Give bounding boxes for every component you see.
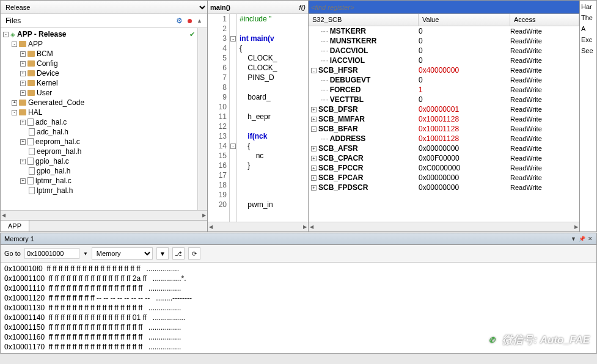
tb-tree-button[interactable]: ⎇ bbox=[172, 247, 185, 260]
files-panel: Release Files ⚙ ▲ -◈ APP - Release ✔- AP… bbox=[0, 0, 208, 232]
goto-dropdown-icon[interactable]: ▼ bbox=[83, 251, 88, 257]
register-row[interactable]: - SCB_BFAR0x10001128ReadWrite bbox=[309, 124, 579, 134]
memory-row[interactable]: 0x10001140 ff ff ff ff ff ff ff ff ff ff… bbox=[4, 313, 593, 322]
register-row[interactable]: + SCB_DFSR0x00000001ReadWrite bbox=[309, 104, 579, 114]
files-scrollbar[interactable] bbox=[197, 28, 207, 210]
register-row[interactable]: ····· FORCED1ReadWrite bbox=[309, 85, 579, 95]
register-row[interactable]: ····· MSTKERR0ReadWrite bbox=[309, 26, 579, 36]
watermark: ✆ 微信号: Auto_FAE bbox=[485, 333, 590, 347]
code-panel: main() f() 12345678910111213141516171819… bbox=[208, 0, 309, 232]
register-row[interactable]: ····· IACCVIOL0ReadWrite bbox=[309, 56, 579, 65]
register-row[interactable]: + SCB_MMFAR0x10001128ReadWrite bbox=[309, 114, 579, 124]
register-row[interactable]: ····· ADDRESS0x10001128ReadWrite bbox=[309, 134, 579, 144]
registers-panel: S32_SCB Value Access ····· MSTKERR0ReadW… bbox=[309, 0, 580, 232]
tree-node[interactable]: + BCM bbox=[3, 49, 195, 59]
tree-node[interactable]: + User bbox=[3, 88, 195, 98]
wechat-icon: ✆ bbox=[485, 335, 499, 346]
memory-row[interactable]: 0x10001100 ff ff ff ff ff ff ff ff ff ff… bbox=[4, 274, 593, 283]
register-row[interactable]: + SCB_FPCAR0x00000000ReadWrite bbox=[309, 173, 579, 183]
record-icon[interactable] bbox=[188, 19, 192, 23]
tree-node[interactable]: + Generated_Code bbox=[3, 98, 195, 107]
register-row[interactable]: + SCB_FPDSCR0x00000000ReadWrite bbox=[309, 183, 579, 192]
register-row[interactable]: ····· DACCVIOL0ReadWrite bbox=[309, 46, 579, 56]
goto-label: Go to bbox=[4, 250, 21, 257]
tab-app[interactable]: APP bbox=[1, 220, 29, 231]
sidebar-text: A bbox=[581, 25, 595, 32]
tree-node[interactable]: + adc_hal.c bbox=[3, 117, 195, 127]
col-header-access[interactable]: Access bbox=[510, 14, 579, 26]
fold-column[interactable]: -- bbox=[230, 14, 237, 222]
code-title: main() bbox=[210, 4, 230, 11]
register-row[interactable]: + SCB_CPACR0x00F00000ReadWrite bbox=[309, 153, 579, 163]
right-sidebar: HarThe AExcSee bbox=[580, 0, 597, 232]
files-title: Files bbox=[5, 16, 21, 25]
col-header-value[interactable]: Value bbox=[419, 14, 510, 26]
tree-node[interactable]: + eeprom_hal.c bbox=[3, 137, 195, 147]
tree-node[interactable]: adc_hal.h bbox=[3, 127, 195, 137]
register-row[interactable]: ····· MUNSTKERR0ReadWrite bbox=[309, 36, 579, 46]
tree-root[interactable]: -◈ APP - Release ✔ bbox=[3, 29, 195, 39]
files-tree[interactable]: -◈ APP - Release ✔- APP+ BCM+ Config+ De… bbox=[1, 28, 197, 210]
register-row[interactable]: + SCB_FPCCR0xC0000000ReadWrite bbox=[309, 163, 579, 173]
memory-row[interactable]: 0x10001150 ff ff ff ff ff ff ff ff ff ff… bbox=[4, 322, 593, 332]
tree-node[interactable]: - HAL bbox=[3, 107, 195, 117]
sidebar-text: Har bbox=[581, 3, 595, 10]
find-register-input[interactable] bbox=[309, 4, 579, 11]
goto-address-input[interactable] bbox=[24, 248, 79, 259]
register-row[interactable]: + SCB_AFSR0x00000000ReadWrite bbox=[309, 144, 579, 153]
tree-node[interactable]: + gpio_hal.c bbox=[3, 156, 195, 166]
code-gutter: 1234567891011121314151617181920 bbox=[208, 14, 230, 222]
tree-node[interactable]: gpio_hal.h bbox=[3, 166, 195, 176]
tb-dropdown-button[interactable]: ▼ bbox=[156, 247, 169, 260]
register-row[interactable]: - SCB_HFSR0x40000000ReadWrite bbox=[309, 65, 579, 75]
tree-node[interactable]: + lptmr_hal.c bbox=[3, 176, 195, 186]
dropdown-icon[interactable]: ▼ bbox=[571, 236, 576, 242]
up-arrow-icon[interactable]: ▲ bbox=[197, 18, 202, 24]
sidebar-text: Exc bbox=[581, 36, 595, 43]
tree-node[interactable]: + Config bbox=[3, 59, 195, 68]
tree-node[interactable]: + Kernel bbox=[3, 78, 195, 88]
register-list[interactable]: ····· MSTKERR0ReadWrite····· MUNSTKERR0R… bbox=[309, 26, 579, 222]
code-editor[interactable]: #include "int main(v{ CLOCK_ CLOCK_ PINS… bbox=[237, 14, 308, 222]
function-icon[interactable]: f() bbox=[299, 4, 306, 11]
tree-node[interactable]: lptmr_hal.h bbox=[3, 186, 195, 195]
register-row[interactable]: ····· DEBUGEVT0ReadWrite bbox=[309, 75, 579, 85]
close-icon[interactable]: ✕ bbox=[588, 236, 593, 242]
memory-title: Memory 1 bbox=[4, 235, 34, 242]
tb-refresh-button[interactable]: ⟳ bbox=[188, 247, 200, 260]
memory-row[interactable]: 0x10001110 ff ff ff ff ff ff ff ff ff ff… bbox=[4, 283, 593, 293]
sidebar-text: The bbox=[581, 14, 595, 21]
reg-hscroll[interactable]: ◀▶ bbox=[309, 222, 579, 231]
sidebar-text: See bbox=[581, 47, 595, 54]
tree-node[interactable]: + Device bbox=[3, 68, 195, 78]
col-header-name[interactable]: S32_SCB bbox=[309, 14, 419, 26]
tree-node[interactable]: eeprom_hal.h bbox=[3, 147, 195, 156]
memory-row[interactable]: 0x10001130 ff ff ff ff ff ff ff ff ff ff… bbox=[4, 303, 593, 313]
gear-icon[interactable]: ⚙ bbox=[176, 16, 183, 25]
memory-row[interactable]: 0x100010f0 ff ff ff ff ff ff ff ff ff ff… bbox=[4, 264, 593, 274]
code-hscroll[interactable]: ◀▶ bbox=[208, 222, 308, 231]
view-select[interactable]: Memory bbox=[92, 247, 153, 260]
pin-icon[interactable]: 📌 bbox=[579, 236, 585, 242]
tree-node[interactable]: - APP bbox=[3, 39, 195, 49]
release-select[interactable]: Release bbox=[3, 3, 207, 12]
release-dropdown[interactable]: Release bbox=[1, 1, 207, 14]
files-hscroll[interactable]: ◀▶ bbox=[1, 210, 207, 220]
register-row[interactable]: ····· VECTTBL0ReadWrite bbox=[309, 95, 579, 104]
memory-row[interactable]: 0x10001120 ff ff ff ff ff ff ff ff -- --… bbox=[4, 293, 593, 303]
